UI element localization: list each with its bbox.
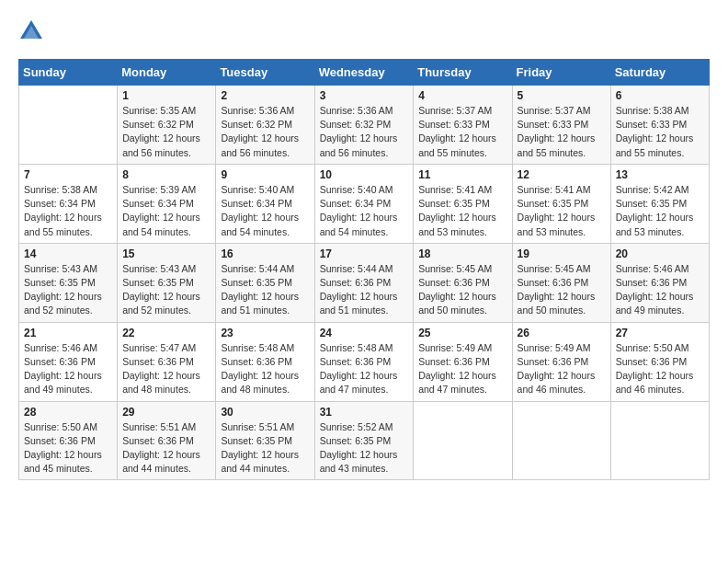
day-info: Sunrise: 5:43 AM Sunset: 6:35 PM Dayligh…	[122, 262, 210, 318]
day-cell: 4Sunrise: 5:37 AM Sunset: 6:33 PM Daylig…	[414, 86, 512, 165]
day-info: Sunrise: 5:40 AM Sunset: 6:34 PM Dayligh…	[221, 183, 309, 239]
week-row-5: 28Sunrise: 5:50 AM Sunset: 6:36 PM Dayli…	[19, 401, 710, 480]
week-row-4: 21Sunrise: 5:46 AM Sunset: 6:36 PM Dayli…	[19, 322, 710, 401]
day-cell: 2Sunrise: 5:36 AM Sunset: 6:32 PM Daylig…	[216, 86, 314, 165]
day-number: 29	[122, 406, 210, 419]
week-row-2: 7Sunrise: 5:38 AM Sunset: 6:34 PM Daylig…	[19, 164, 710, 243]
day-number: 26	[518, 327, 606, 339]
day-number: 10	[320, 168, 409, 181]
logo-icon	[18, 18, 44, 44]
day-cell: 23Sunrise: 5:48 AM Sunset: 6:36 PM Dayli…	[216, 322, 314, 401]
day-info: Sunrise: 5:51 AM Sunset: 6:35 PM Dayligh…	[221, 420, 309, 477]
day-cell: 26Sunrise: 5:49 AM Sunset: 6:36 PM Dayli…	[512, 322, 610, 401]
page-header	[18, 18, 710, 44]
day-info: Sunrise: 5:41 AM Sunset: 6:35 PM Dayligh…	[518, 183, 606, 239]
day-number: 27	[616, 327, 704, 339]
day-info: Sunrise: 5:45 AM Sunset: 6:36 PM Dayligh…	[518, 262, 606, 318]
weekday-header-wednesday: Wednesday	[314, 60, 414, 86]
day-number: 13	[616, 168, 704, 181]
day-info: Sunrise: 5:49 AM Sunset: 6:36 PM Dayligh…	[418, 341, 506, 397]
day-number: 21	[24, 327, 112, 339]
day-info: Sunrise: 5:52 AM Sunset: 6:35 PM Dayligh…	[320, 420, 409, 477]
day-info: Sunrise: 5:47 AM Sunset: 6:36 PM Dayligh…	[122, 341, 210, 397]
day-number: 8	[122, 168, 210, 181]
day-cell	[512, 401, 610, 480]
day-number: 18	[418, 247, 506, 260]
day-number: 16	[221, 247, 309, 260]
day-number: 2	[221, 89, 309, 102]
day-info: Sunrise: 5:50 AM Sunset: 6:36 PM Dayligh…	[24, 420, 112, 477]
day-cell	[610, 401, 709, 480]
day-number: 20	[616, 247, 704, 260]
day-cell: 13Sunrise: 5:42 AM Sunset: 6:35 PM Dayli…	[610, 164, 709, 243]
day-number: 22	[122, 327, 210, 339]
day-info: Sunrise: 5:48 AM Sunset: 6:36 PM Dayligh…	[320, 341, 409, 397]
day-cell: 20Sunrise: 5:46 AM Sunset: 6:36 PM Dayli…	[610, 243, 709, 322]
day-cell: 16Sunrise: 5:44 AM Sunset: 6:35 PM Dayli…	[216, 243, 314, 322]
day-cell: 22Sunrise: 5:47 AM Sunset: 6:36 PM Dayli…	[118, 322, 216, 401]
day-number: 12	[518, 168, 606, 181]
day-cell: 31Sunrise: 5:52 AM Sunset: 6:35 PM Dayli…	[314, 401, 414, 480]
day-cell: 11Sunrise: 5:41 AM Sunset: 6:35 PM Dayli…	[414, 164, 512, 243]
day-info: Sunrise: 5:50 AM Sunset: 6:36 PM Dayligh…	[616, 341, 704, 397]
day-info: Sunrise: 5:38 AM Sunset: 6:34 PM Dayligh…	[24, 183, 112, 239]
weekday-header-friday: Friday	[512, 60, 610, 86]
day-cell: 9Sunrise: 5:40 AM Sunset: 6:34 PM Daylig…	[216, 164, 314, 243]
day-number: 14	[24, 247, 112, 260]
day-number: 5	[518, 89, 606, 102]
day-info: Sunrise: 5:49 AM Sunset: 6:36 PM Dayligh…	[518, 341, 606, 397]
day-cell: 29Sunrise: 5:51 AM Sunset: 6:36 PM Dayli…	[118, 401, 216, 480]
day-info: Sunrise: 5:48 AM Sunset: 6:36 PM Dayligh…	[221, 341, 309, 397]
day-cell: 18Sunrise: 5:45 AM Sunset: 6:36 PM Dayli…	[414, 243, 512, 322]
day-cell: 5Sunrise: 5:37 AM Sunset: 6:33 PM Daylig…	[512, 86, 610, 165]
day-cell	[414, 401, 512, 480]
day-number: 4	[418, 89, 506, 102]
day-number: 24	[320, 327, 409, 339]
day-number: 19	[518, 247, 606, 260]
weekday-header-monday: Monday	[118, 60, 216, 86]
day-cell: 27Sunrise: 5:50 AM Sunset: 6:36 PM Dayli…	[610, 322, 709, 401]
weekday-header-row: SundayMondayTuesdayWednesdayThursdayFrid…	[19, 60, 710, 86]
day-info: Sunrise: 5:42 AM Sunset: 6:35 PM Dayligh…	[616, 183, 704, 239]
day-cell: 6Sunrise: 5:38 AM Sunset: 6:33 PM Daylig…	[610, 86, 709, 165]
day-number: 30	[221, 406, 309, 419]
day-number: 15	[122, 247, 210, 260]
day-info: Sunrise: 5:45 AM Sunset: 6:36 PM Dayligh…	[418, 262, 506, 318]
day-number: 6	[616, 89, 704, 102]
day-info: Sunrise: 5:39 AM Sunset: 6:34 PM Dayligh…	[122, 183, 210, 239]
day-number: 1	[122, 89, 210, 102]
day-info: Sunrise: 5:44 AM Sunset: 6:36 PM Dayligh…	[320, 262, 409, 318]
day-info: Sunrise: 5:41 AM Sunset: 6:35 PM Dayligh…	[418, 183, 506, 239]
day-info: Sunrise: 5:37 AM Sunset: 6:33 PM Dayligh…	[518, 104, 606, 160]
day-number: 28	[24, 406, 112, 419]
day-info: Sunrise: 5:44 AM Sunset: 6:35 PM Dayligh…	[221, 262, 309, 318]
weekday-header-saturday: Saturday	[610, 60, 709, 86]
day-number: 11	[418, 168, 506, 181]
weekday-header-sunday: Sunday	[19, 60, 118, 86]
day-number: 17	[320, 247, 409, 260]
day-number: 25	[418, 327, 506, 339]
day-number: 3	[320, 89, 409, 102]
weekday-header-thursday: Thursday	[414, 60, 512, 86]
day-info: Sunrise: 5:43 AM Sunset: 6:35 PM Dayligh…	[24, 262, 112, 318]
day-info: Sunrise: 5:36 AM Sunset: 6:32 PM Dayligh…	[221, 104, 309, 160]
day-info: Sunrise: 5:46 AM Sunset: 6:36 PM Dayligh…	[616, 262, 704, 318]
weekday-header-tuesday: Tuesday	[216, 60, 314, 86]
day-number: 9	[221, 168, 309, 181]
day-cell: 24Sunrise: 5:48 AM Sunset: 6:36 PM Dayli…	[314, 322, 414, 401]
day-cell: 21Sunrise: 5:46 AM Sunset: 6:36 PM Dayli…	[19, 322, 118, 401]
day-cell: 3Sunrise: 5:36 AM Sunset: 6:32 PM Daylig…	[314, 86, 414, 165]
day-cell: 7Sunrise: 5:38 AM Sunset: 6:34 PM Daylig…	[19, 164, 118, 243]
day-info: Sunrise: 5:40 AM Sunset: 6:34 PM Dayligh…	[320, 183, 409, 239]
day-cell: 10Sunrise: 5:40 AM Sunset: 6:34 PM Dayli…	[314, 164, 414, 243]
day-cell: 28Sunrise: 5:50 AM Sunset: 6:36 PM Dayli…	[19, 401, 118, 480]
week-row-1: 1Sunrise: 5:35 AM Sunset: 6:32 PM Daylig…	[19, 86, 710, 165]
day-number: 23	[221, 327, 309, 339]
day-info: Sunrise: 5:51 AM Sunset: 6:36 PM Dayligh…	[122, 420, 210, 477]
day-cell: 1Sunrise: 5:35 AM Sunset: 6:32 PM Daylig…	[118, 86, 216, 165]
day-cell: 8Sunrise: 5:39 AM Sunset: 6:34 PM Daylig…	[118, 164, 216, 243]
day-info: Sunrise: 5:36 AM Sunset: 6:32 PM Dayligh…	[320, 104, 409, 160]
day-number: 31	[320, 406, 409, 419]
day-cell: 17Sunrise: 5:44 AM Sunset: 6:36 PM Dayli…	[314, 243, 414, 322]
day-cell: 30Sunrise: 5:51 AM Sunset: 6:35 PM Dayli…	[216, 401, 314, 480]
